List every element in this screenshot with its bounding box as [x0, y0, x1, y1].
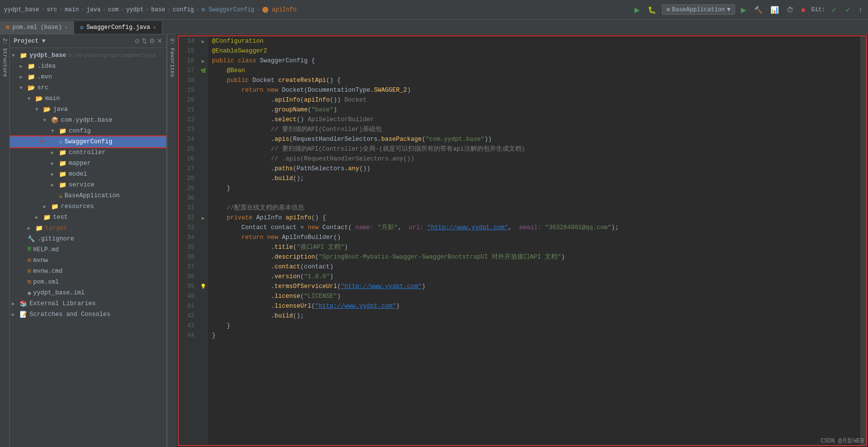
git-checkmark1[interactable]: ✓ [829, 5, 839, 15]
bc-base[interactable]: base [151, 6, 165, 13]
tree-item-iml[interactable]: ◈ yydpt_base.iml [10, 288, 166, 298]
tab-pom-close[interactable]: ✕ [65, 25, 68, 30]
folder-icon: 📁 [27, 73, 35, 81]
tree-item-gitignore[interactable]: 🔧 .gitignore [10, 234, 166, 244]
tree-item-mvnw-cmd[interactable]: m mvnw.cmd [10, 266, 166, 277]
ln-32: 32 [179, 213, 194, 223]
run-icon[interactable]: ▶ [632, 5, 642, 15]
code-line-44: } [212, 331, 856, 341]
git-checkmark2[interactable]: ✓ [843, 5, 853, 15]
arrow-icon: ▼ [12, 53, 20, 58]
arrow-icon: ▶ [35, 214, 43, 220]
tree-item-src[interactable]: ▼ 📂 src [10, 82, 166, 93]
tab-swagger-close[interactable]: ✕ [153, 25, 156, 30]
gutter-39-bulb[interactable]: 💡 [198, 282, 208, 291]
item-label: HELP.md [33, 246, 59, 253]
play-button[interactable]: ▶ [739, 5, 748, 15]
sidebar-close-icon[interactable]: ✕ [157, 37, 162, 45]
tree-item-main[interactable]: ▼ 📂 main [10, 93, 166, 104]
code-content[interactable]: @Configuration @EnableSwagger2 public cl… [208, 36, 860, 445]
tab-pom-xml[interactable]: m pom.xml (base) ✕ [0, 21, 74, 34]
tree-item-resources[interactable]: ▶ 📁 resources [10, 201, 166, 212]
tab-swaggerconfig[interactable]: ⚙ SwaggerConfig.java ✕ [74, 21, 162, 34]
bc-main[interactable]: main [65, 6, 79, 13]
ln-34: 34 [179, 233, 194, 242]
editor-scrollbar[interactable] [860, 36, 866, 445]
bc-apiinfo[interactable]: ⬤ apiInfo [262, 6, 297, 13]
bc-src[interactable]: src [47, 6, 57, 13]
tree-item-baseapplication[interactable]: ▶ ☕ BaseApplication [10, 190, 166, 201]
ln-33: 33 [179, 223, 194, 233]
bc-swaggerconfig[interactable]: ⚙ SwaggerConfig [202, 6, 255, 13]
sidebar-locate-icon[interactable]: ⊙ [134, 37, 140, 45]
sidebar-sort-icon[interactable]: ⇅ [142, 37, 147, 45]
debug-icon[interactable]: 🐛 [646, 5, 658, 15]
run-config-label: BaseApplication [672, 6, 725, 13]
git-arrow[interactable]: ↑ [857, 5, 864, 15]
gutter-33 [198, 223, 208, 233]
tree-item-test[interactable]: ▶ 📁 test [10, 212, 166, 223]
ln-14: 14 [179, 36, 194, 46]
root-path: D:\H\yueying\springboot\yyd [68, 53, 156, 58]
tree-item-mvn[interactable]: ▶ 📁 .mvn [10, 72, 166, 82]
bc-yydpt_base[interactable]: yydpt_base [4, 6, 39, 13]
ln-38: 38 [179, 272, 194, 282]
item-label: SwaggerConfig [65, 138, 113, 145]
tree-item-config[interactable]: ▼ 📁 config [10, 126, 166, 136]
build-icon[interactable]: 🔨 [752, 5, 764, 15]
arrow-icon: ▼ [27, 96, 35, 102]
iml-icon: ◈ [27, 289, 31, 297]
tree-item-controller[interactable]: ▶ 📁 controller [10, 147, 166, 158]
bc-java[interactable]: java [86, 6, 101, 13]
bc-config[interactable]: config [173, 6, 194, 13]
ln-44: 44 [179, 331, 194, 341]
tree-item-mapper[interactable]: ▶ 📁 mapper [10, 158, 166, 169]
watermark: CSDN @月影WEB [820, 437, 864, 445]
sidebar-gear-icon[interactable]: ⚙ [149, 37, 155, 45]
tree-item-java[interactable]: ▼ 📂 java [10, 104, 166, 115]
bc-yydpt[interactable]: yydpt [126, 6, 144, 13]
gutter-29 [198, 184, 208, 193]
run-config-dropdown[interactable]: ⚙ BaseApplication ▼ [662, 4, 735, 15]
z-favorites-label: 2: Favorites [169, 38, 175, 77]
profile-icon[interactable]: ⏱ [785, 5, 795, 15]
tree-item-mvnw[interactable]: m mvnw [10, 255, 166, 266]
tree-item-pomxml[interactable]: m pom.xml [10, 277, 166, 288]
gutter-36 [198, 252, 208, 262]
code-line-31: //配置在线文档的基本信息 [212, 203, 856, 213]
z-structure-panel[interactable]: Z: Structure [0, 34, 10, 447]
stop-icon[interactable]: ■ [799, 5, 807, 15]
arrow-icon: ▶ [51, 171, 59, 177]
tree-item-helpmd[interactable]: M HELP.md [10, 244, 166, 255]
ln-26: 26 [179, 154, 194, 164]
top-bar: yydpt_base › src › main › java › com › y… [0, 0, 868, 20]
ln-37: 37 [179, 262, 194, 272]
ln-41: 41 [179, 301, 194, 311]
tree-root-yydpt_base[interactable]: ▼ 📁 yydpt_base D:\H\yueying\springboot\y… [10, 50, 166, 61]
coverage-icon[interactable]: 📊 [768, 5, 781, 15]
code-line-16: public class SwaggerConfig { [212, 56, 856, 66]
item-label: mapper [69, 160, 91, 167]
line-numbers: 14 15 16 17 18 19 20 21 22 23 24 25 26 2… [179, 36, 198, 445]
tree-item-idea[interactable]: ▶ 📁 .idea [10, 61, 166, 72]
ln-18: 18 [179, 76, 194, 85]
tree-item-service[interactable]: ▶ 📁 service [10, 180, 166, 190]
code-line-40: .license("LICENSE") [212, 291, 856, 301]
ln-28: 28 [179, 174, 194, 184]
tree-item-scratches[interactable]: ▶ 📝 Scratches and Consoles [10, 309, 166, 320]
bc-com[interactable]: com [108, 6, 119, 13]
tree-item-swaggerconfig[interactable]: ➔ ⚙ SwaggerConfig [10, 136, 166, 147]
sidebar-actions: ⊙ ⇅ ⚙ ✕ [134, 37, 162, 45]
model-folder-icon: 📁 [59, 170, 67, 178]
item-label: .gitignore [37, 236, 74, 242]
ln-17: 17 [179, 66, 194, 76]
code-line-21: .groupName("base") [212, 105, 856, 115]
tree-item-com-yydpt-base[interactable]: ▼ 📦 com.yydpt.base [10, 115, 166, 126]
tree-item-ext-libs[interactable]: ▶ 📚 External Libraries [10, 298, 166, 309]
ln-39: 39 [179, 282, 194, 291]
gutter-42 [198, 311, 208, 321]
tree-item-model[interactable]: ▶ 📁 model [10, 169, 166, 180]
tree-item-target[interactable]: ▶ 📁 target [10, 223, 166, 234]
z-favorites-panel[interactable]: 2: Favorites [167, 34, 177, 447]
item-label: test [53, 214, 68, 221]
